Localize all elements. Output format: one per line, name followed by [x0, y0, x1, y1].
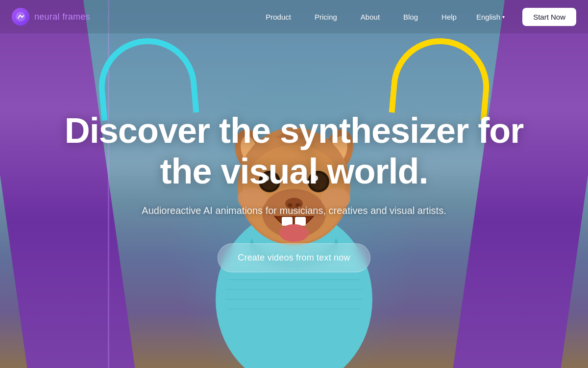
nav-product[interactable]: Product	[256, 9, 301, 25]
logo-icon	[12, 8, 29, 26]
nav-about[interactable]: About	[351, 9, 390, 25]
navbar: neural frames Product Pricing About Blog…	[0, 0, 588, 33]
nav-help[interactable]: Help	[432, 9, 466, 25]
cta-button[interactable]: Create videos from text now	[218, 243, 370, 272]
hero-title: Discover the synthesizer for the visual …	[61, 110, 527, 192]
hero-subtitle: Audioreactive AI animations for musician…	[142, 203, 446, 218]
language-label: English	[476, 13, 500, 21]
language-selector[interactable]: English ▾	[470, 9, 511, 25]
logo-text: neural frames	[34, 12, 90, 22]
chevron-down-icon: ▾	[502, 14, 505, 20]
start-now-button[interactable]: Start Now	[522, 8, 576, 26]
nav-pricing[interactable]: Pricing	[305, 9, 347, 25]
svg-point-30	[16, 12, 25, 22]
nav-links: Product Pricing About Blog Help English …	[256, 8, 576, 26]
logo[interactable]: neural frames	[12, 8, 90, 26]
hero-content: Discover the synthesizer for the visual …	[0, 0, 588, 368]
nav-blog[interactable]: Blog	[393, 9, 428, 25]
